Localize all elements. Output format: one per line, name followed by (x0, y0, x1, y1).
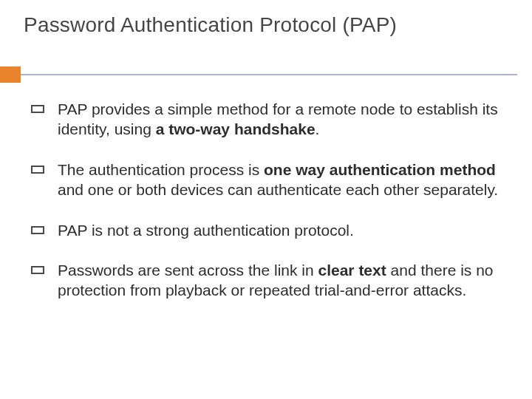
square-bullet-icon (31, 266, 44, 274)
bullet-list: PAP provides a simple method for a remot… (31, 100, 510, 321)
divider-line (0, 74, 517, 75)
text-fragment: . (316, 120, 320, 137)
text-fragment: and one or both devices can authenticate… (58, 181, 498, 198)
slide: Password Authentication Protocol (PAP) P… (0, 0, 532, 399)
text-fragment: Passwords are sent across the link in (58, 262, 318, 279)
bullet-text: PAP provides a simple method for a remot… (58, 100, 510, 140)
bullet-text: Passwords are sent across the link in cl… (58, 261, 510, 301)
list-item: The authentication process is one way au… (31, 160, 510, 200)
slide-title: Password Authentication Protocol (PAP) (24, 13, 508, 37)
bullet-text: The authentication process is one way au… (58, 160, 510, 200)
text-bold: one way authentication method (264, 161, 496, 178)
text-fragment: PAP is not a strong authentication proto… (58, 222, 354, 239)
list-item: PAP provides a simple method for a remot… (31, 100, 510, 140)
accent-block (0, 66, 21, 83)
bullet-text: PAP is not a strong authentication proto… (58, 221, 354, 241)
text-bold: clear text (318, 262, 386, 279)
square-bullet-icon (31, 166, 44, 174)
text-fragment: The authentication process is (58, 161, 264, 178)
text-bold: a two-way handshake (156, 120, 316, 137)
square-bullet-icon (31, 226, 44, 234)
title-divider (0, 66, 532, 83)
list-item: PAP is not a strong authentication proto… (31, 221, 510, 241)
square-bullet-icon (31, 105, 44, 113)
list-item: Passwords are sent across the link in cl… (31, 261, 510, 301)
